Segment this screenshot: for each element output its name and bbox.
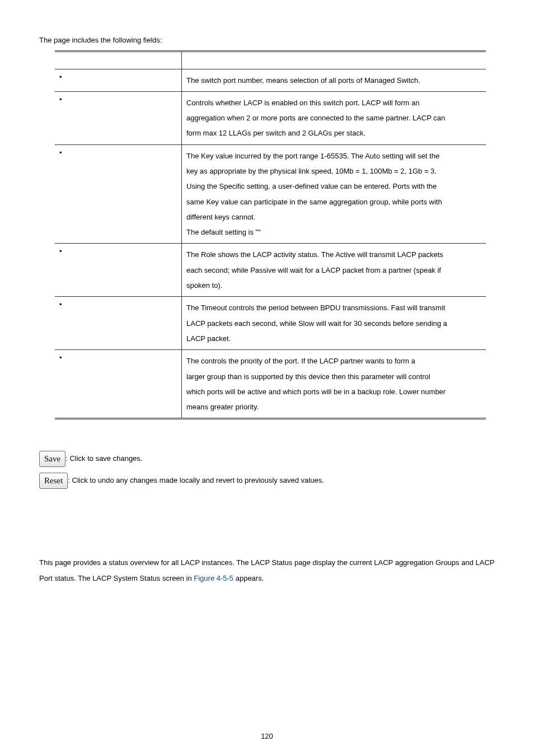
- desc-text: Controls whether LACP is enabled on this…: [186, 99, 419, 107]
- desc-text: The default setting is ": [186, 228, 258, 236]
- section-para-before: This page provides a status overview for…: [39, 558, 494, 582]
- description-line: The default setting is "": [186, 225, 481, 240]
- description-line: Controls whether LACP is enabled on this…: [186, 95, 481, 110]
- description-line: different keys cannot.: [186, 209, 481, 225]
- description-line: LACP packet.: [186, 331, 481, 346]
- table-row: The Key value incurred by the port range…: [55, 144, 486, 244]
- desc-text: each second; while Passive will wait for…: [186, 266, 441, 274]
- desc-text: The Timeout controls the period between …: [186, 304, 445, 312]
- description-line: The switch port number, means selection …: [186, 73, 481, 88]
- table-row: The Role shows the LACP activity status.…: [55, 244, 486, 297]
- table-row: The controls the priority of the port. I…: [55, 350, 486, 419]
- desc-text: The: [186, 357, 201, 365]
- table-row: Controls whether LACP is enabled on this…: [55, 91, 486, 144]
- object-cell: [55, 69, 182, 91]
- object-cell: [55, 91, 182, 144]
- description-line: means greater priority.: [186, 399, 481, 414]
- figure-link[interactable]: Figure 4-5-5: [194, 574, 233, 582]
- description-cell: The switch port number, means selection …: [182, 69, 486, 91]
- desc-text: LACP packets each second, while Slow wil…: [186, 319, 447, 328]
- table-row: The switch port number, means selection …: [55, 69, 486, 91]
- desc-text-after: means selection of all ports of Managed …: [266, 76, 420, 85]
- description-line: spoken to).: [186, 278, 481, 293]
- desc-text: LACP packet.: [186, 334, 231, 343]
- save-button[interactable]: Save: [39, 451, 65, 467]
- desc-text: same Key value can participate in the sa…: [186, 198, 442, 206]
- desc-text: which ports will be active and which por…: [186, 388, 446, 396]
- desc-text: form max 12 LLAGs per switch and 2 GLAGs…: [186, 129, 366, 137]
- description-cell: Controls whether LACP is enabled on this…: [182, 91, 486, 144]
- object-cell: [55, 144, 182, 244]
- object-cell: [55, 297, 182, 350]
- description-line: larger group than is supported by this d…: [186, 369, 481, 384]
- description-line: The Timeout controls the period between …: [186, 300, 481, 315]
- section-paragraph: This page provides a status overview for…: [39, 555, 495, 586]
- desc-text: larger group than is supported by this d…: [186, 372, 430, 381]
- desc-text: key as appropriate by the physical link …: [186, 167, 437, 175]
- description-line: Using the Specific setting, a user-defin…: [186, 179, 481, 194]
- description-line: same Key value can participate in the sa…: [186, 194, 481, 209]
- desc-text: The Role shows the LACP activity status.…: [186, 250, 443, 259]
- save-description: : Click to save changes.: [65, 455, 142, 463]
- fields-table: The switch port number, means selection …: [55, 50, 486, 420]
- description-line: The controls the priority of the port. I…: [186, 353, 481, 368]
- description-cell: The Role shows the LACP activity status.…: [182, 244, 486, 297]
- desc-text-after: controls the priority of the port. If th…: [201, 357, 415, 365]
- reset-button[interactable]: Reset: [39, 473, 68, 489]
- buttons-block: Save: Click to save changes. Reset: Clic…: [39, 451, 495, 489]
- description-line: key as appropriate by the physical link …: [186, 164, 481, 179]
- reset-description: : Click to undo any changes made locally…: [68, 477, 324, 485]
- desc-text-after: ": [258, 228, 261, 236]
- description-cell: The Timeout controls the period between …: [182, 297, 486, 350]
- description-line: form max 12 LLAGs per switch and 2 GLAGs…: [186, 125, 481, 141]
- desc-text: spoken to).: [186, 281, 222, 290]
- description-line: The Role shows the LACP activity status.…: [186, 247, 481, 262]
- desc-text: The Key value incurred by the port range…: [186, 152, 439, 160]
- header-object: [55, 51, 182, 69]
- header-desc: [182, 51, 486, 69]
- description-line: each second; while Passive will wait for…: [186, 263, 481, 278]
- intro-text: The page includes the following fields:: [39, 35, 495, 46]
- section-para-after: appears.: [233, 574, 264, 582]
- description-line: which ports will be active and which por…: [186, 384, 481, 399]
- desc-text: aggregation when 2 or more ports are con…: [186, 114, 445, 122]
- object-cell: [55, 350, 182, 419]
- description-line: The Key value incurred by the port range…: [186, 148, 481, 164]
- page-number: 120: [0, 732, 534, 740]
- description-line: aggregation when 2 or more ports are con…: [186, 110, 481, 125]
- description-cell: The Key value incurred by the port range…: [182, 144, 486, 244]
- desc-text: Using the Specific setting, a user-defin…: [186, 182, 437, 190]
- desc-text: means greater priority.: [186, 403, 259, 411]
- section-body: This page provides a status overview for…: [39, 555, 495, 586]
- desc-text: different keys cannot.: [186, 213, 255, 221]
- desc-text: The switch port number,: [186, 76, 266, 85]
- object-cell: [55, 244, 182, 297]
- description-cell: The controls the priority of the port. I…: [182, 350, 486, 419]
- description-line: LACP packets each second, while Slow wil…: [186, 316, 481, 331]
- table-row: The Timeout controls the period between …: [55, 297, 486, 350]
